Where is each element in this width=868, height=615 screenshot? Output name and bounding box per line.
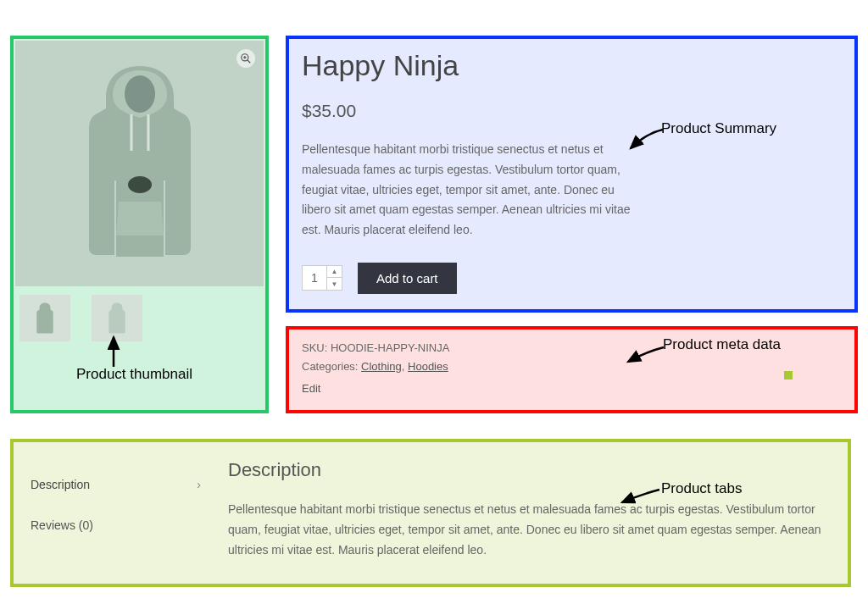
category-link-clothing[interactable]: Clothing <box>361 360 402 373</box>
svg-point-4 <box>125 75 155 113</box>
category-link-hoodies[interactable]: Hoodies <box>408 360 448 373</box>
tab-reviews[interactable]: Reviews (0) <box>20 505 211 546</box>
svg-line-1 <box>248 60 251 64</box>
hoodie-icon <box>55 53 225 274</box>
product-price: $35.00 <box>302 101 842 121</box>
add-to-cart-form: ▲ ▼ Add to cart <box>302 263 842 294</box>
tab-label: Description <box>31 478 90 491</box>
arrow-icon <box>617 485 664 509</box>
tab-content: Description Pellentesque habitant morbi … <box>211 449 841 560</box>
quantity-down-icon[interactable]: ▼ <box>327 278 342 290</box>
arrow-icon <box>101 335 126 368</box>
sku-label: SKU: <box>302 341 331 354</box>
quantity-stepper[interactable]: ▲ ▼ <box>302 265 342 291</box>
arrow-icon <box>626 123 666 155</box>
product-tabs-region: Description › Reviews (0) Description Pe… <box>10 439 851 587</box>
product-thumbnail-region <box>10 36 269 413</box>
sku-value: HOODIE-HAPPY-NINJA <box>331 341 449 354</box>
arrow-icon <box>623 343 667 368</box>
zoom-icon[interactable] <box>236 49 255 68</box>
product-main-image[interactable] <box>15 41 264 286</box>
quantity-input[interactable] <box>303 271 326 285</box>
chevron-right-icon: › <box>197 478 201 491</box>
quantity-up-icon[interactable]: ▲ <box>327 266 342 278</box>
tab-content-body: Pellentesque habitant morbi tristique se… <box>228 500 824 560</box>
product-summary-region: Happy Ninja $35.00 Pellentesque habitant… <box>286 36 858 313</box>
svg-point-7 <box>128 176 152 193</box>
annotation-meta: Product meta data <box>663 336 781 353</box>
tab-content-title: Description <box>228 459 824 481</box>
product-title: Happy Ninja <box>302 49 842 82</box>
thumbnail-1[interactable] <box>19 295 70 341</box>
tabs-nav: Description › Reviews (0) <box>20 449 211 560</box>
thumbnail-gallery <box>15 286 264 350</box>
tab-description[interactable]: Description › <box>20 464 211 505</box>
annotation-tabs: Product tabs <box>661 480 742 497</box>
decorative-square <box>784 371 793 380</box>
annotation-summary: Product Summary <box>661 120 776 137</box>
categories-line: Categories: Clothing, Hoodies <box>302 360 842 373</box>
annotation-thumbnail: Product thumbnail <box>76 366 192 383</box>
product-short-description: Pellentesque habitant morbi tristique se… <box>302 140 641 241</box>
tab-label: Reviews (0) <box>31 518 93 532</box>
add-to-cart-button[interactable]: Add to cart <box>358 263 457 294</box>
edit-link[interactable]: Edit <box>302 382 320 395</box>
categories-label: Categories: <box>302 360 361 373</box>
